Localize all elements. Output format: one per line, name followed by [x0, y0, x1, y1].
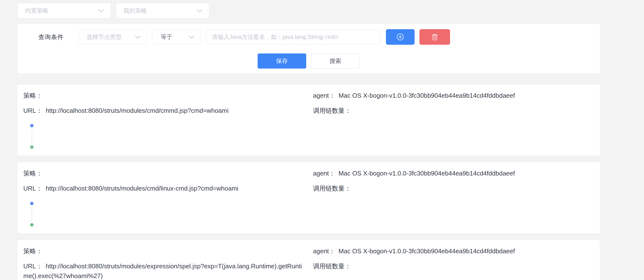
- agent-row: agent：Mac OS X-bogon-v1.0.0-3fc30bb904eb…: [313, 168, 593, 178]
- url-row: URL：http://localhost:8080/struts/modules…: [23, 261, 303, 280]
- agent-label: agent：: [313, 170, 335, 177]
- my-policy-select[interactable]: 我的策略: [116, 3, 209, 18]
- agent-row: agent：Mac OS X-bogon-v1.0.0-3fc30bb904eb…: [313, 91, 593, 100]
- chain-count-label: 调用链数量：: [313, 262, 351, 270]
- query-condition-label: 查询条件: [38, 33, 64, 41]
- chain-count-row: 调用链数量：: [313, 106, 593, 116]
- timeline-line: [32, 207, 32, 221]
- add-condition-button[interactable]: [386, 29, 414, 45]
- operator-value: 等于: [161, 33, 172, 41]
- timeline-end-dot-icon: [30, 145, 34, 149]
- result-card: 策略： URL：http://localhost:8080/struts/mod…: [17, 240, 600, 280]
- page: 内置策略 我的策略 查询条件 选择节点类型 等于: [0, 0, 644, 280]
- builtin-policy-placeholder: 内置策略: [25, 7, 48, 14]
- delete-condition-button[interactable]: [420, 29, 450, 45]
- policy-label: 策略：: [23, 248, 42, 255]
- result-card: 策略： URL：http://localhost:8080/struts/mod…: [17, 162, 600, 234]
- policy-row: 策略：: [23, 91, 303, 100]
- result-card: 策略： URL：http://localhost:8080/struts/mod…: [17, 84, 600, 156]
- search-button[interactable]: 搜索: [311, 54, 360, 68]
- policy-filter-row: 内置策略 我的策略: [0, 0, 644, 18]
- node-type-select[interactable]: 选择节点类型: [78, 30, 146, 44]
- policy-row: 策略：: [23, 246, 303, 256]
- chain-count-row: 调用链数量：: [313, 184, 593, 193]
- circle-plus-icon: [396, 33, 404, 41]
- url-row: URL：http://localhost:8080/struts/modules…: [23, 184, 303, 193]
- chain-count-label: 调用链数量：: [313, 185, 351, 192]
- policy-row: 策略：: [23, 168, 303, 178]
- timeline-start-dot-icon: [30, 124, 34, 127]
- trash-icon: [431, 33, 438, 41]
- builtin-policy-select[interactable]: 内置策略: [18, 3, 111, 18]
- agent-row: agent：Mac OS X-bogon-v1.0.0-3fc30bb904eb…: [313, 246, 593, 256]
- query-condition-row: 查询条件 选择节点类型 等于: [38, 29, 600, 45]
- policy-label: 策略：: [23, 170, 42, 177]
- chain-count-row: 调用链数量：: [313, 261, 593, 271]
- query-condition-panel: 查询条件 选择节点类型 等于: [17, 23, 600, 74]
- url-label: URL：: [23, 262, 42, 270]
- save-button[interactable]: 保存: [258, 54, 306, 68]
- chain-count-label: 调用链数量：: [313, 107, 351, 114]
- my-policy-placeholder: 我的策略: [124, 7, 147, 14]
- url-value: http://localhost:8080/struts/modules/exp…: [23, 262, 302, 280]
- url-row: URL：http://localhost:8080/struts/modules…: [23, 106, 303, 116]
- call-chain-timeline: [30, 202, 34, 226]
- policy-label: 策略：: [23, 92, 42, 99]
- chevron-down-icon: [135, 35, 141, 39]
- url-label: URL：: [23, 185, 42, 192]
- agent-label: agent：: [313, 248, 335, 255]
- call-chain-timeline: [30, 124, 34, 149]
- java-signature-input[interactable]: [206, 30, 380, 44]
- agent-value: Mac OS X-bogon-v1.0.0-3fc30bb904eb44ea9b…: [338, 170, 515, 177]
- timeline-start-dot-icon: [30, 202, 34, 205]
- chevron-down-icon: [98, 9, 104, 13]
- timeline-end-dot-icon: [30, 223, 34, 226]
- url-value: http://localhost:8080/struts/modules/cmd…: [46, 185, 238, 192]
- node-type-placeholder: 选择节点类型: [86, 33, 122, 41]
- operator-select[interactable]: 等于: [152, 30, 201, 44]
- agent-value: Mac OS X-bogon-v1.0.0-3fc30bb904eb44ea9b…: [338, 248, 515, 255]
- chevron-down-icon: [188, 35, 195, 39]
- url-label: URL：: [23, 107, 42, 114]
- timeline-line: [32, 129, 32, 144]
- chevron-down-icon: [196, 9, 203, 13]
- agent-label: agent：: [313, 92, 335, 99]
- query-actions-row: 保存 搜索: [17, 54, 600, 68]
- url-value: http://localhost:8080/struts/modules/cmd…: [46, 107, 228, 114]
- agent-value: Mac OS X-bogon-v1.0.0-3fc30bb904eb44ea9b…: [338, 92, 515, 99]
